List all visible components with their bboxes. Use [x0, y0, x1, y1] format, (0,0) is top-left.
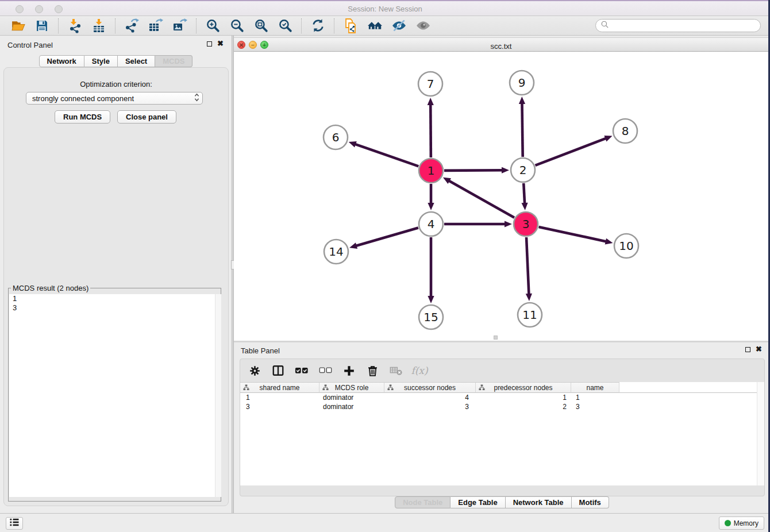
toolbar-separator [115, 18, 116, 33]
tab-select[interactable]: Select [118, 55, 155, 67]
search-icon [600, 20, 609, 31]
table-cell: 3 [240, 403, 319, 411]
column-label: name [586, 384, 603, 392]
network-window-titlebar[interactable]: ✕ − + scc.txt [234, 37, 768, 52]
table-settings-icon[interactable] [247, 363, 262, 378]
edge-3-10[interactable] [538, 227, 608, 242]
node-label-7: 7 [427, 77, 434, 91]
edge-2-8[interactable] [535, 137, 608, 165]
column-header-shared-name[interactable]: shared name [240, 382, 319, 393]
open-file-icon[interactable] [9, 18, 26, 34]
arrowhead-4-3 [505, 221, 512, 227]
node-label-9: 9 [518, 76, 526, 90]
column-label: MCDS role [335, 384, 369, 392]
deselect-all-rows-icon[interactable] [318, 363, 333, 378]
column-header-predecessor-nodes[interactable]: predecessor nodes [476, 382, 571, 393]
arrowhead-3-11 [526, 294, 532, 301]
select-all-rows-icon[interactable] [294, 363, 309, 378]
close-panel-button[interactable]: Close panel [117, 110, 176, 124]
table-cell: dominator [319, 394, 384, 402]
export-network-icon[interactable] [123, 18, 140, 34]
export-image-icon[interactable] [171, 18, 188, 34]
zoom-fit-icon[interactable] [252, 18, 270, 34]
tab-mcds[interactable]: MCDS [155, 55, 192, 67]
tab-motifs[interactable]: Motifs [572, 496, 609, 508]
column-header-mcds-role[interactable]: MCDS role [319, 382, 384, 393]
sort-icon [479, 384, 485, 392]
float-table-panel-icon[interactable] [745, 347, 750, 352]
table-scrollbar[interactable] [757, 382, 764, 485]
main-toolbar [0, 16, 770, 36]
arrowhead-1-7 [428, 98, 434, 105]
canvas-resize-grip[interactable] [494, 336, 498, 340]
toolbar-separator [58, 18, 59, 33]
edge-2-3[interactable] [523, 183, 525, 206]
arrowhead-4-15 [428, 296, 434, 303]
run-mcds-button[interactable]: Run MCDS [55, 110, 110, 124]
app-window: Session: New Session Control Panel ✖ Net… [0, 0, 770, 532]
tab-network-table[interactable]: Network Table [506, 496, 572, 508]
edge-2-9[interactable] [522, 101, 522, 157]
node-label-4: 4 [428, 217, 435, 231]
import-network-icon[interactable] [66, 18, 83, 34]
close-panel-icon[interactable]: ✖ [217, 41, 224, 47]
show-columns-icon[interactable] [271, 363, 286, 378]
table-cell: 3 [384, 403, 476, 411]
node-label-10: 10 [619, 239, 633, 253]
home-icon[interactable] [366, 18, 383, 34]
zoom-out-icon[interactable] [228, 18, 245, 34]
mcds-result-line: 3 [9, 303, 221, 313]
column-label: successor nodes [404, 384, 456, 392]
mcds-result-line: 1 [9, 294, 221, 303]
table-tabs: Node TableEdge TableNetwork TableMotifs [234, 496, 770, 508]
criterion-value: strongly connected component [32, 94, 194, 103]
memory-button[interactable]: Memory [719, 516, 764, 530]
hide-unhide-icon[interactable] [390, 18, 407, 34]
import-table-icon[interactable] [90, 18, 107, 34]
tab-network[interactable]: Network [39, 55, 84, 67]
table-toolbar: f(x) [240, 359, 764, 382]
edge-1-7[interactable] [430, 102, 431, 157]
control-panel-tabs: NetworkStyleSelectMCDS [0, 55, 232, 67]
mcds-result-title: MCDS result (2 nodes) [11, 284, 90, 292]
delete-column-icon[interactable] [365, 363, 380, 378]
toolbar-separator [196, 18, 197, 33]
table-cell: dominator [319, 403, 384, 411]
table-body: 1dominator4113dominator323 [240, 393, 764, 411]
result-scrollbar[interactable] [215, 294, 221, 497]
table-row[interactable]: 1dominator411 [240, 393, 764, 402]
table-panel: Table Panel ✖ f(x) shared nameMCDS roles… [234, 342, 770, 513]
node-label-2: 2 [519, 163, 527, 177]
zoom-selected-icon[interactable] [276, 18, 294, 34]
zoom-in-icon[interactable] [204, 18, 221, 34]
float-panel-icon[interactable] [207, 41, 212, 47]
tab-style[interactable]: Style [84, 55, 118, 67]
network-graph: 7968124314101511 [234, 52, 768, 341]
close-table-panel-icon[interactable]: ✖ [756, 346, 762, 352]
tab-node-table[interactable]: Node Table [395, 496, 451, 508]
mcds-result-list[interactable]: 13 [9, 294, 221, 497]
refresh-layout-icon[interactable] [309, 18, 326, 34]
tab-edge-table[interactable]: Edge Table [451, 496, 505, 508]
mcds-panel: Optimization criterion: strongly connect… [3, 67, 229, 506]
add-column-icon[interactable] [341, 363, 356, 378]
save-session-icon[interactable] [33, 18, 51, 34]
show-all-icon[interactable] [414, 18, 432, 34]
search-box[interactable] [595, 19, 761, 32]
search-input[interactable] [611, 22, 756, 30]
task-history-button[interactable] [6, 517, 23, 530]
edge-1-2[interactable] [444, 170, 505, 171]
table-row[interactable]: 3dominator323 [240, 402, 764, 411]
column-header-successor-nodes[interactable]: successor nodes [384, 382, 476, 393]
criterion-dropdown[interactable]: strongly connected component [26, 92, 203, 105]
edge-3-11[interactable] [526, 237, 529, 296]
network-canvas[interactable]: 7968124314101511 [234, 52, 768, 341]
column-header-name[interactable]: name [571, 382, 619, 393]
duplicate-network-icon[interactable] [342, 18, 359, 34]
export-table-icon[interactable] [147, 18, 164, 34]
edge-1-6[interactable] [353, 144, 418, 167]
edge-4-14[interactable] [354, 228, 418, 246]
node-table-container: f(x) shared nameMCDS rolesuccessor nodes… [240, 358, 765, 496]
delete-table-icon [388, 363, 403, 378]
edge-3-1[interactable] [447, 180, 514, 218]
